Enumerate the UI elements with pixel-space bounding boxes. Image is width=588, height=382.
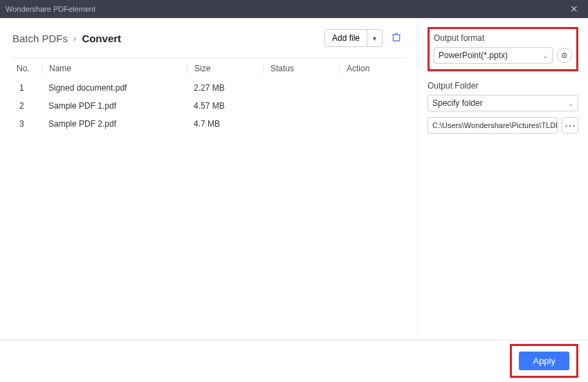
clear-list-icon[interactable]: [387, 28, 406, 48]
toolbar: Add file ▾: [324, 28, 406, 48]
output-folder-path: C:\Users\Wondershare\Pictures\TLDR T: [428, 117, 558, 134]
browse-folder-button[interactable]: ⋯: [562, 117, 578, 134]
titlebar: Wondershare PDFelement ✕: [0, 0, 588, 18]
output-format-select[interactable]: PowerPoint(*.pptx) ⌄: [434, 47, 553, 64]
add-file-group: Add file ▾: [324, 29, 383, 47]
add-file-dropdown[interactable]: ▾: [367, 30, 382, 46]
col-header-name: Name: [42, 64, 187, 73]
output-format-settings-button[interactable]: ⚙: [557, 48, 572, 63]
close-icon[interactable]: ✕: [566, 3, 582, 15]
row-no: 2: [12, 101, 42, 111]
svg-rect-0: [393, 35, 399, 41]
row-size: 4.57 MB: [187, 101, 263, 111]
row-no: 3: [12, 119, 42, 129]
main-area: Batch PDFs › Convert Add file ▾ No. Name…: [0, 18, 588, 340]
ellipsis-icon: ⋯: [564, 119, 576, 132]
output-format-value: PowerPoint(*.pptx): [439, 51, 508, 60]
output-folder-select-value: Specify folder: [432, 98, 483, 108]
add-file-button[interactable]: Add file: [325, 30, 367, 46]
output-format-row: PowerPoint(*.pptx) ⌄ ⚙: [434, 47, 572, 64]
breadcrumb-parent[interactable]: Batch PDFs: [12, 33, 68, 44]
table-row[interactable]: 1 Signed document.pdf 2.27 MB: [12, 79, 406, 97]
left-panel: Batch PDFs › Convert Add file ▾ No. Name…: [0, 19, 418, 340]
output-folder-label: Output Folder: [428, 81, 578, 91]
output-folder-path-row: C:\Users\Wondershare\Pictures\TLDR T ⋯: [428, 117, 578, 134]
apply-button[interactable]: Apply: [519, 352, 569, 370]
output-format-section: Output format PowerPoint(*.pptx) ⌄ ⚙: [428, 27, 578, 71]
table-row[interactable]: 2 Sample PDF 1.pdf 4.57 MB: [12, 97, 406, 115]
row-name: Sample PDF 2.pdf: [42, 119, 187, 129]
row-name: Sample PDF 1.pdf: [42, 101, 187, 111]
table-row[interactable]: 3 Sample PDF 2.pdf 4.7 MB: [12, 115, 406, 133]
row-no: 1: [12, 83, 42, 93]
apply-highlight: Apply: [510, 344, 578, 378]
output-format-label: Output format: [434, 33, 572, 43]
breadcrumb: Batch PDFs › Convert: [12, 33, 121, 44]
breadcrumb-current: Convert: [82, 33, 121, 44]
row-size: 4.7 MB: [187, 119, 263, 129]
col-header-size: Size: [187, 64, 263, 73]
col-header-action: Action: [339, 64, 406, 73]
chevron-down-icon: ⌄: [568, 100, 573, 107]
chevron-down-icon: ⌄: [542, 52, 548, 60]
output-folder-select[interactable]: Specify folder ⌄: [428, 95, 578, 111]
app-title: Wondershare PDFelement: [6, 5, 95, 13]
row-name: Signed document.pdf: [42, 83, 187, 93]
breadcrumb-row: Batch PDFs › Convert Add file ▾: [12, 28, 406, 48]
gear-icon: ⚙: [561, 51, 568, 60]
row-size: 2.27 MB: [187, 83, 263, 93]
col-header-status: Status: [263, 64, 339, 73]
chevron-right-icon: ›: [73, 33, 76, 44]
col-header-no: No.: [12, 64, 42, 73]
footer: Apply: [0, 340, 588, 381]
chevron-down-icon: ▾: [373, 35, 376, 42]
table-header: No. Name Size Status Action: [12, 57, 406, 79]
right-panel: Output format PowerPoint(*.pptx) ⌄ ⚙ Out…: [418, 19, 588, 340]
